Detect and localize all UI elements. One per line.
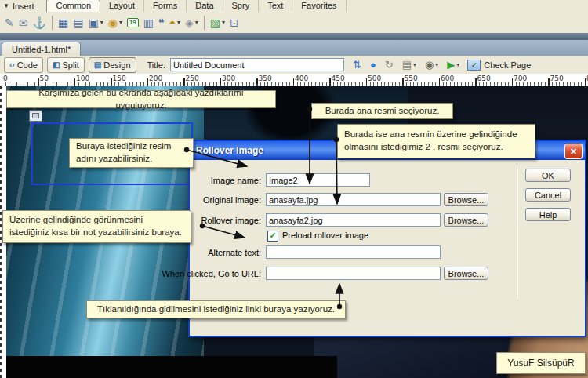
horizontal-ruler: 0501001502002503003504004505005506006507… xyxy=(0,74,588,87)
design-view-label: Design xyxy=(103,60,130,70)
dropdown-arrow-icon[interactable]: ▾ xyxy=(222,19,225,26)
view-options-icon[interactable]: ▤ xyxy=(402,60,412,70)
insert-div-icon[interactable]: ▤ xyxy=(71,14,85,31)
tab-favorites[interactable]: Favorites xyxy=(292,0,346,12)
check-page-label: Check Page xyxy=(484,60,531,70)
dropdown-arrow-icon[interactable]: ▾ xyxy=(435,61,438,68)
ruler-label: 150 xyxy=(113,75,126,82)
import-tabular-data-icon[interactable]: ▥ xyxy=(141,14,156,31)
dropdown-arrow-icon[interactable]: ▾ xyxy=(413,61,416,68)
insert-category-tabs: CommonLayoutFormsDataSpryTextFavorites xyxy=(46,0,346,12)
toolbar-separator xyxy=(52,16,53,30)
cancel-button[interactable]: Cancel xyxy=(525,188,571,202)
dropdown-arrow-icon[interactable]: ▾ xyxy=(456,61,459,68)
check-page-icon: ✓ xyxy=(467,60,481,71)
date-icon[interactable]: 19 xyxy=(125,14,141,31)
tab-layout[interactable]: Layout xyxy=(100,0,144,12)
preload-checkbox[interactable]: ✓ xyxy=(267,231,278,242)
page-background-image xyxy=(0,356,337,378)
tab-data[interactable]: Data xyxy=(187,0,223,12)
script-icon: ◈ xyxy=(185,17,194,28)
tag-chooser-icon: ⊡ xyxy=(230,17,239,28)
tab-forms[interactable]: Forms xyxy=(144,0,187,12)
email-link-icon: ✉ xyxy=(19,17,28,28)
original-image-input[interactable] xyxy=(266,193,441,206)
tab-text[interactable]: Text xyxy=(259,0,292,12)
images-icon[interactable]: ▣▾ xyxy=(85,14,105,31)
ruler-label: 600 xyxy=(441,75,454,82)
ruler-label: 250 xyxy=(186,75,199,82)
image-name-label: Image name: xyxy=(211,176,261,185)
callout-note: Tıklanıldığında gidilmesini istediğiniz … xyxy=(86,300,346,318)
check-page-button[interactable]: ✓ Check Page xyxy=(467,60,531,71)
insert-panel-label[interactable]: Insert xyxy=(13,2,34,11)
code-view-button[interactable]: ‹› Code xyxy=(4,57,43,73)
media-icon[interactable]: ◉▾ xyxy=(106,14,125,31)
dropdown-arrow-icon[interactable]: ▾ xyxy=(100,19,103,26)
table-icon[interactable]: ▦ xyxy=(56,14,71,31)
alternate-text-input[interactable] xyxy=(266,245,441,259)
preload-label: Preload rollover image xyxy=(282,231,368,240)
toolbar-divider xyxy=(0,33,588,40)
ruler-label: 500 xyxy=(368,75,381,82)
ok-button[interactable]: OK xyxy=(525,169,571,182)
named-anchor-icon[interactable]: ⚓ xyxy=(30,14,48,31)
design-icon: ▤ xyxy=(94,60,101,69)
ruler-label: 400 xyxy=(295,75,308,82)
media-icon: ◉ xyxy=(108,17,118,28)
signature-badge: YusuF SilsüpüR xyxy=(496,352,586,374)
dropdown-arrow-icon[interactable]: ▾ xyxy=(195,19,198,26)
ruler-label: 450 xyxy=(332,75,345,82)
browse-original-button[interactable]: Browse... xyxy=(444,193,488,206)
check-icon: ✓ xyxy=(269,231,276,240)
tab-common[interactable]: Common xyxy=(46,0,100,12)
dropdown-arrow-icon[interactable]: ▾ xyxy=(177,19,180,26)
images-icon: ▣ xyxy=(88,17,98,28)
title-label: Title: xyxy=(147,60,165,70)
preview-debug-icon[interactable]: ▶ xyxy=(447,60,455,70)
document-title-input[interactable] xyxy=(170,58,344,71)
callout-note: Burada ana resmi seçiyoruz. xyxy=(311,103,453,119)
insert-bar: ▼ Insert CommonLayoutFormsDataSpryTextFa… xyxy=(0,0,588,12)
browse-rollover-button[interactable]: Browse... xyxy=(444,213,488,227)
browse-url-button[interactable]: Browse... xyxy=(444,267,488,280)
image-placeholder-icon[interactable] xyxy=(29,110,42,122)
design-view-button[interactable]: ▤ Design xyxy=(89,57,136,73)
dreamweaver-window: ▼ Insert CommonLayoutFormsDataSpryTextFa… xyxy=(0,0,588,378)
document-toolbar: ‹› Code ◧ Split ▤ Design Title: ⇅ ● ↻ ▤ … xyxy=(0,56,588,75)
script-icon[interactable]: ◈▾ xyxy=(183,14,201,31)
preview-in-browser-icon[interactable]: ● xyxy=(370,60,376,70)
code-icon: ‹› xyxy=(9,60,15,69)
tab-spry[interactable]: Spry xyxy=(223,0,260,12)
callout-note: Karşımıza gelen bu ekranda aşağıdaki yaz… xyxy=(6,90,276,108)
document-tab-strip: Untitled-1.html* xyxy=(0,40,588,56)
go-to-url-label: When clicked, Go to URL: xyxy=(162,269,261,278)
dropdown-arrow-icon[interactable]: ▾ xyxy=(119,19,122,26)
document-tab-label: Untitled-1.html* xyxy=(12,45,71,54)
tag-chooser-icon[interactable]: ⊡ xyxy=(227,14,241,31)
comment-icon[interactable]: ❝ xyxy=(156,14,167,31)
rollover-image-input[interactable] xyxy=(266,213,441,227)
go-to-url-input[interactable] xyxy=(266,267,441,280)
head-content-icon[interactable]: ◓▾ xyxy=(167,14,183,31)
document-tab[interactable]: Untitled-1.html* xyxy=(2,42,81,56)
head-content-icon: ◓ xyxy=(169,17,176,28)
import-tabular-data-icon: ▥ xyxy=(143,17,154,28)
file-management-icon[interactable]: ⇅ xyxy=(353,60,361,70)
refresh-icon[interactable]: ↻ xyxy=(385,60,394,70)
visual-aids-icon[interactable]: ◉ xyxy=(425,60,434,70)
ruler-label: 300 xyxy=(222,75,235,82)
image-name-input[interactable] xyxy=(266,173,370,187)
email-link-icon[interactable]: ✉ xyxy=(16,14,31,31)
panel-collapse-icon[interactable]: ▼ xyxy=(3,2,9,9)
hyperlink-icon[interactable]: ✎ xyxy=(2,14,16,31)
hyperlink-icon: ✎ xyxy=(5,17,14,28)
design-view-canvas[interactable]: Rollover Image ✕ Image name: Original im… xyxy=(0,86,588,378)
split-view-button[interactable]: ◧ Split xyxy=(47,57,85,73)
help-button[interactable]: Help xyxy=(525,208,571,221)
split-icon: ◧ xyxy=(53,60,60,69)
templates-icon[interactable]: ▧▾ xyxy=(208,14,227,31)
rollover-image-label: Rollover image: xyxy=(201,216,261,225)
templates-icon: ▧ xyxy=(210,17,220,28)
close-icon[interactable]: ✕ xyxy=(564,144,583,159)
